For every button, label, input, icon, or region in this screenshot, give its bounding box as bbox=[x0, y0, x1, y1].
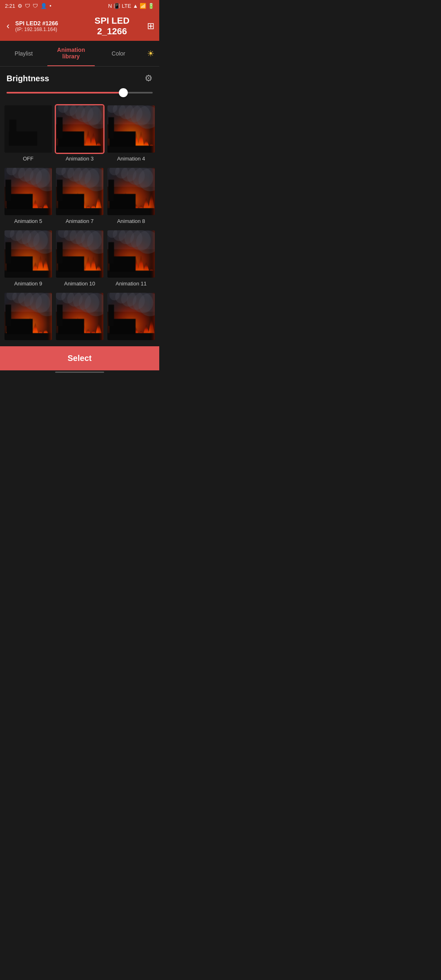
animation-item-anim5[interactable]: Animation 5 bbox=[3, 167, 53, 227]
device-ip: (IP: 192.168.1.164) bbox=[15, 27, 77, 32]
animation-thumb-anim12 bbox=[3, 292, 53, 341]
status-vibrate-icon: 📳 bbox=[114, 3, 120, 9]
animation-thumb-anim10 bbox=[55, 229, 105, 279]
animation-thumb-anim4 bbox=[106, 104, 156, 154]
animation-item-anim7[interactable]: Animation 7 bbox=[55, 167, 105, 227]
bottom-nav bbox=[0, 370, 159, 375]
animation-thumb-anim9 bbox=[3, 229, 53, 279]
animation-item-anim8[interactable]: Animation 8 bbox=[106, 167, 156, 227]
status-shield-icon: 🛡 bbox=[25, 3, 30, 9]
animation-label-anim11: Animation 11 bbox=[116, 281, 147, 287]
animation-label-anim8: Animation 8 bbox=[117, 218, 145, 224]
animation-label-anim4: Animation 4 bbox=[117, 156, 145, 162]
slider-fill bbox=[7, 92, 123, 94]
animation-thumb-anim5 bbox=[3, 167, 53, 216]
select-button[interactable]: Select bbox=[0, 346, 159, 370]
brightness-label: Brightness bbox=[7, 74, 49, 83]
nav-bar-indicator bbox=[55, 372, 104, 373]
animation-item-anim14[interactable] bbox=[106, 292, 156, 346]
animation-item-off[interactable]: OFF bbox=[3, 104, 53, 165]
animation-canvas-anim5 bbox=[4, 168, 52, 215]
animation-label-anim9: Animation 9 bbox=[14, 281, 42, 287]
slider-track bbox=[7, 92, 153, 94]
status-nfc-icon: N bbox=[108, 3, 112, 9]
status-lte-icon: LTE bbox=[122, 3, 131, 9]
status-bar: 2:21 ⚙ 🛡 🛡 👤 • N 📳 LTE ▲ 📶 🔋 bbox=[0, 0, 159, 11]
status-shield2-icon: 🛡 bbox=[33, 3, 38, 9]
animation-canvas-anim10 bbox=[56, 230, 103, 278]
animation-thumb-anim8 bbox=[106, 167, 156, 216]
animation-item-anim9[interactable]: Animation 9 bbox=[3, 229, 53, 290]
animation-label-off: OFF bbox=[23, 156, 33, 162]
main-title: SPI LED 2_1266 bbox=[81, 16, 143, 37]
animation-thumb-anim3 bbox=[55, 104, 105, 154]
tab-playlist[interactable]: Playlist bbox=[0, 45, 47, 62]
animation-label-anim7: Animation 7 bbox=[66, 218, 94, 224]
animation-label-anim10: Animation 10 bbox=[64, 281, 95, 287]
animation-item-anim12[interactable] bbox=[3, 292, 53, 346]
animation-canvas-anim13 bbox=[56, 293, 103, 340]
status-battery-icon: 🔋 bbox=[148, 3, 154, 9]
device-name: SPI LED2 #1266 bbox=[15, 20, 77, 27]
animation-canvas-anim14 bbox=[107, 293, 155, 340]
animation-canvas-anim11 bbox=[107, 230, 155, 278]
animation-item-anim3[interactable]: Animation 3 bbox=[55, 104, 105, 165]
status-dot-icon: • bbox=[49, 3, 51, 9]
status-person-icon: 👤 bbox=[40, 3, 47, 9]
animation-item-anim10[interactable]: Animation 10 bbox=[55, 229, 105, 290]
tab-animation-library[interactable]: Animation library bbox=[47, 41, 95, 66]
animation-thumb-anim7 bbox=[55, 167, 105, 216]
tabs-bar: Playlist Animation library Color ☀ bbox=[0, 41, 159, 67]
status-left: 2:21 ⚙ 🛡 🛡 👤 • bbox=[5, 3, 51, 9]
animation-canvas-anim9 bbox=[4, 230, 52, 278]
brightness-header: Brightness ⚙ bbox=[7, 73, 153, 84]
animation-item-anim13[interactable] bbox=[55, 292, 105, 346]
animation-canvas-anim3 bbox=[56, 105, 103, 153]
animation-thumb-anim13 bbox=[55, 292, 105, 341]
brightness-section: Brightness ⚙ bbox=[0, 67, 159, 101]
back-button[interactable]: ‹ bbox=[5, 19, 11, 33]
animation-canvas-anim12 bbox=[4, 293, 52, 340]
brightness-slider-container[interactable] bbox=[7, 88, 153, 98]
animation-thumb-anim14 bbox=[106, 292, 156, 341]
device-info: SPI LED2 #1266 (IP: 192.168.1.164) bbox=[15, 20, 77, 32]
brightness-icon[interactable]: ☀ bbox=[142, 43, 159, 64]
grid-button[interactable]: ⊞ bbox=[147, 21, 154, 31]
status-right: N 📳 LTE ▲ 📶 🔋 bbox=[108, 3, 154, 9]
animation-canvas-anim8 bbox=[107, 168, 155, 215]
app-header: ‹ SPI LED2 #1266 (IP: 192.168.1.164) SPI… bbox=[0, 11, 159, 41]
animation-label-anim5: Animation 5 bbox=[14, 218, 42, 224]
brightness-settings-button[interactable]: ⚙ bbox=[145, 73, 153, 84]
status-signal-icon: 📶 bbox=[140, 3, 146, 9]
animation-canvas-anim7 bbox=[56, 168, 103, 215]
status-gear-icon: ⚙ bbox=[18, 3, 22, 9]
status-wifi-icon: ▲ bbox=[133, 3, 138, 9]
animation-item-anim11[interactable]: Animation 11 bbox=[106, 229, 156, 290]
animation-grid: OFFAnimation 3Animation 4Animation 5Anim… bbox=[0, 101, 159, 346]
animation-item-anim4[interactable]: Animation 4 bbox=[106, 104, 156, 165]
animation-canvas-anim4 bbox=[107, 105, 155, 153]
slider-thumb[interactable] bbox=[119, 88, 128, 97]
animation-canvas-off bbox=[4, 105, 52, 153]
animation-thumb-off bbox=[3, 104, 53, 154]
animation-label-anim3: Animation 3 bbox=[66, 156, 94, 162]
animation-thumb-anim11 bbox=[106, 229, 156, 279]
status-time: 2:21 bbox=[5, 3, 15, 9]
tab-color[interactable]: Color bbox=[95, 45, 142, 62]
